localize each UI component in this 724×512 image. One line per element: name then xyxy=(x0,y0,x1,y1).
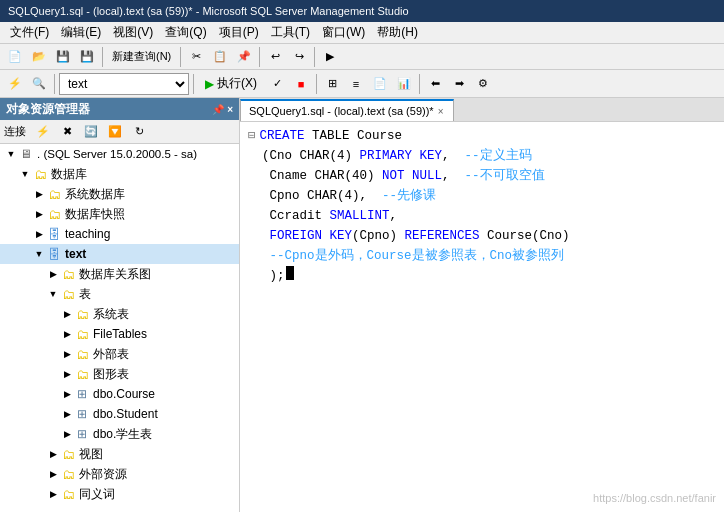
kw-references: REFERENCES xyxy=(405,226,480,246)
expand-dbo-student[interactable]: ▶ xyxy=(60,407,74,421)
sep7 xyxy=(316,74,317,94)
tree-databases[interactable]: ▼ 🗂 数据库 xyxy=(0,164,239,184)
expand-ext-tables[interactable]: ▶ xyxy=(60,347,74,361)
dbo-student-table-icon: ⊞ xyxy=(74,427,90,441)
expand-graph-tables[interactable]: ▶ xyxy=(60,367,74,381)
expand-system-db[interactable]: ▶ xyxy=(32,187,46,201)
tree-ext-resources[interactable]: ▶ 🗂 外部资源 xyxy=(0,464,239,484)
tree-snapshot[interactable]: ▶ 🗂 数据库快照 xyxy=(0,204,239,224)
refresh-btn[interactable]: 🔄 xyxy=(80,121,102,143)
align-left-btn[interactable]: ⬅ xyxy=(424,73,446,95)
tree-ext-tables[interactable]: ▶ 🗂 外部表 xyxy=(0,344,239,364)
tab-sqlquery1[interactable]: SQLQuery1.sql - (local).text (sa (59))* … xyxy=(240,99,454,121)
tree-sys-tables[interactable]: ▶ 🗂 系统表 xyxy=(0,304,239,324)
ext-tables-icon: 🗂 xyxy=(74,347,90,361)
save-all-btn[interactable]: 💾 xyxy=(76,46,98,68)
tree-dbo-course[interactable]: ▶ ⊞ dbo.Course xyxy=(0,384,239,404)
expand-teaching[interactable]: ▶ xyxy=(32,227,46,241)
line2-comma: , xyxy=(442,146,465,166)
expand-text-db[interactable]: ▼ xyxy=(32,247,46,261)
tree-dbo-student[interactable]: ▶ ⊞ dbo.Student xyxy=(0,404,239,424)
line6-code: (Cpno) xyxy=(352,226,405,246)
paste-btn[interactable]: 📌 xyxy=(233,46,255,68)
menu-file[interactable]: 文件(F) xyxy=(4,22,55,43)
expand-dbo-course[interactable]: ▶ xyxy=(60,387,74,401)
text-db-label: text xyxy=(65,247,86,261)
tree-synonyms[interactable]: ▶ 🗂 同义词 xyxy=(0,484,239,504)
execute-button[interactable]: ▶ 执行(X) xyxy=(198,72,264,95)
expand-diagrams[interactable]: ▶ xyxy=(46,267,60,281)
expand-tables[interactable]: ▼ xyxy=(46,287,60,301)
grid-btn[interactable]: ⊞ xyxy=(321,73,343,95)
line6-ref: Course(Cno) xyxy=(480,226,570,246)
menu-bar: 文件(F) 编辑(E) 视图(V) 查询(Q) 项目(P) 工具(T) 窗口(W… xyxy=(0,22,724,44)
expand-dbo-student-table[interactable]: ▶ xyxy=(60,427,74,441)
connect-label: 连接 xyxy=(4,124,26,139)
new-file-btn[interactable]: 📄 xyxy=(4,46,26,68)
editor-line-7: --Cpno是外码，Course是被参照表，Cno被参照列 xyxy=(248,246,716,266)
graph-tables-label: 图形表 xyxy=(93,366,129,383)
options-btn[interactable]: ⚙ xyxy=(472,73,494,95)
tree-text-db[interactable]: ▼ 🗄 text xyxy=(0,244,239,264)
stop-btn[interactable]: ■ xyxy=(290,73,312,95)
teaching-icon: 🗄 xyxy=(46,227,62,241)
server-icon: 🖥 xyxy=(18,147,34,161)
system-db-icon: 🗂 xyxy=(46,187,62,201)
open-btn[interactable]: 📂 xyxy=(28,46,50,68)
align-right-btn[interactable]: ➡ xyxy=(448,73,470,95)
menu-window[interactable]: 窗口(W) xyxy=(316,22,371,43)
disconnect-btn[interactable]: ✖ xyxy=(56,121,78,143)
copy-btn[interactable]: 📋 xyxy=(209,46,231,68)
tree-views[interactable]: ▶ 🗂 视图 xyxy=(0,444,239,464)
connect-icon-btn[interactable]: ⚡ xyxy=(32,121,54,143)
parse-btn[interactable]: ✓ xyxy=(266,73,288,95)
tree-diagrams[interactable]: ▶ 🗂 数据库关系图 xyxy=(0,264,239,284)
connect-btn[interactable]: ⚡ xyxy=(4,73,26,95)
save-btn[interactable]: 💾 xyxy=(52,46,74,68)
tree-system-db[interactable]: ▶ 🗂 系统数据库 xyxy=(0,184,239,204)
menu-query[interactable]: 查询(Q) xyxy=(159,22,212,43)
undo-btn[interactable]: ↩ xyxy=(264,46,286,68)
filter-btn[interactable]: 🔍 xyxy=(28,73,50,95)
menu-project[interactable]: 项目(P) xyxy=(213,22,265,43)
tree-teaching[interactable]: ▶ 🗄 teaching xyxy=(0,224,239,244)
menu-view[interactable]: 视图(V) xyxy=(107,22,159,43)
file-btn[interactable]: 📄 xyxy=(369,73,391,95)
expand-sys-tables[interactable]: ▶ xyxy=(60,307,74,321)
debug-btn[interactable]: ▶ xyxy=(319,46,341,68)
expand-views[interactable]: ▶ xyxy=(46,447,60,461)
editor-area[interactable]: ⊟ CREATE TABLE Course (Cno CHAR(4) PRIMA… xyxy=(240,122,724,512)
showplan-btn[interactable]: 📊 xyxy=(393,73,415,95)
tab-close-btn[interactable]: × xyxy=(438,106,444,117)
refresh2-btn[interactable]: ↻ xyxy=(128,121,150,143)
new-query-btn[interactable]: 新建查询(N) xyxy=(107,46,176,68)
kw-smallint: SMALLINT xyxy=(330,206,390,226)
expand-snapshot[interactable]: ▶ xyxy=(32,207,46,221)
tree-filetables[interactable]: ▶ 🗂 FileTables xyxy=(0,324,239,344)
expand-filetables[interactable]: ▶ xyxy=(60,327,74,341)
synonyms-icon: 🗂 xyxy=(60,487,76,501)
tree-server[interactable]: ▼ 🖥 . (SQL Server 15.0.2000.5 - sa) xyxy=(0,144,239,164)
filter-tree-btn[interactable]: 🔽 xyxy=(104,121,126,143)
tree-dbo-student-table[interactable]: ▶ ⊞ dbo.学生表 xyxy=(0,424,239,444)
expand-server[interactable]: ▼ xyxy=(4,147,18,161)
text-btn[interactable]: ≡ xyxy=(345,73,367,95)
menu-edit[interactable]: 编辑(E) xyxy=(55,22,107,43)
line2-code: (Cno CHAR(4) xyxy=(262,146,360,166)
line6-space xyxy=(262,226,270,246)
redo-btn[interactable]: ↪ xyxy=(288,46,310,68)
expand-ext-resources[interactable]: ▶ xyxy=(46,467,60,481)
cut-btn[interactable]: ✂ xyxy=(185,46,207,68)
panel-header: 对象资源管理器 📌 × xyxy=(0,98,239,120)
menu-help[interactable]: 帮助(H) xyxy=(371,22,424,43)
sep8 xyxy=(419,74,420,94)
tree-graph-tables[interactable]: ▶ 🗂 图形表 xyxy=(0,364,239,384)
collapse-icon-1[interactable]: ⊟ xyxy=(248,126,256,146)
editor-wrapper: ⊟ CREATE TABLE Course (Cno CHAR(4) PRIMA… xyxy=(240,122,724,512)
database-dropdown[interactable]: text xyxy=(59,73,189,95)
expand-databases[interactable]: ▼ xyxy=(18,167,32,181)
panel-pin[interactable]: 📌 × xyxy=(212,104,233,115)
tree-tables[interactable]: ▼ 🗂 表 xyxy=(0,284,239,304)
menu-tools[interactable]: 工具(T) xyxy=(265,22,316,43)
expand-synonyms[interactable]: ▶ xyxy=(46,487,60,501)
